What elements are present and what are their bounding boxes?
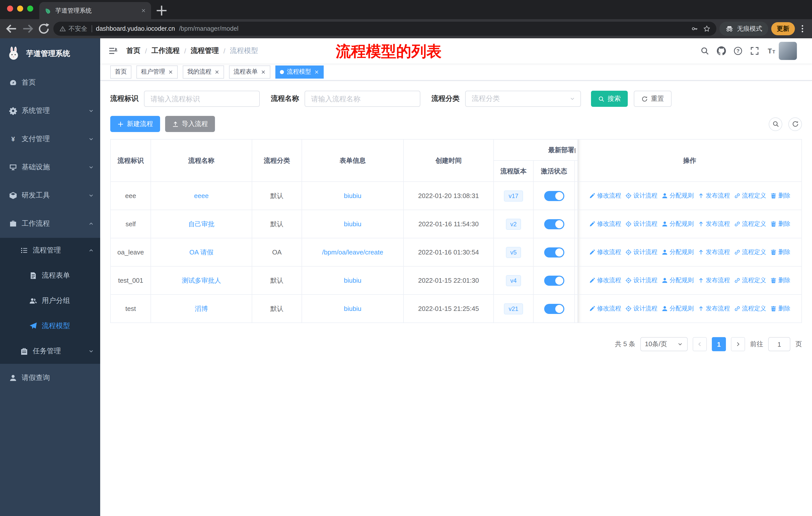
reload-icon[interactable] bbox=[37, 22, 50, 35]
zoom-window-button[interactable] bbox=[27, 5, 33, 11]
sidebar-item-process-form[interactable]: 流程表单 bbox=[0, 263, 100, 288]
action-assign-link[interactable]: 分配规则 bbox=[662, 219, 694, 228]
sidebar-item-workflow[interactable]: 工作流程 bbox=[0, 210, 100, 238]
action-delete-link[interactable]: 删除 bbox=[770, 219, 790, 228]
active-toggle[interactable] bbox=[544, 191, 564, 201]
sidebar-item-devtools[interactable]: 研发工具 bbox=[0, 182, 100, 210]
sidebar-item-user-group[interactable]: 用户分组 bbox=[0, 288, 100, 314]
action-edit-link[interactable]: 修改流程 bbox=[589, 276, 621, 284]
action-assign-link[interactable]: 分配规则 bbox=[662, 304, 694, 313]
process-name-input[interactable] bbox=[304, 91, 420, 107]
action-edit-link[interactable]: 修改流程 bbox=[589, 219, 621, 228]
process-category-select[interactable]: 流程分类 bbox=[465, 91, 581, 107]
tab-home[interactable]: 首页 bbox=[110, 65, 132, 78]
action-delete-link[interactable]: 删除 bbox=[770, 304, 790, 313]
hamburger-icon[interactable] bbox=[108, 46, 118, 56]
form-info-link[interactable]: biubiu bbox=[344, 192, 361, 199]
action-design-link[interactable]: 设计流程 bbox=[625, 191, 658, 200]
form-info-link[interactable]: biubiu bbox=[344, 220, 361, 228]
toggle-search-button[interactable] bbox=[769, 117, 782, 131]
import-process-button[interactable]: 导入流程 bbox=[165, 116, 215, 132]
tab-tenant[interactable]: 租户管理 bbox=[137, 65, 178, 78]
new-tab-button[interactable] bbox=[155, 4, 168, 17]
process-name-link[interactable]: 自己审批 bbox=[188, 220, 214, 227]
action-edit-link[interactable]: 修改流程 bbox=[589, 304, 621, 313]
form-info-link[interactable]: biubiu bbox=[344, 305, 361, 313]
breadcrumb-item[interactable]: 工作流程 bbox=[151, 46, 180, 55]
browser-tab[interactable]: 芋道管理系统 bbox=[39, 2, 151, 19]
search-button[interactable]: 搜索 bbox=[591, 91, 628, 107]
active-toggle[interactable] bbox=[544, 275, 564, 286]
search-icon[interactable] bbox=[700, 46, 709, 55]
minimize-window-button[interactable] bbox=[17, 5, 23, 11]
font-size-icon[interactable]: TT bbox=[767, 46, 776, 55]
refresh-table-button[interactable] bbox=[788, 117, 802, 131]
action-definition-link[interactable]: 流程定义 bbox=[734, 219, 766, 228]
action-publish-link[interactable]: 发布流程 bbox=[698, 248, 730, 256]
action-assign-link[interactable]: 分配规则 bbox=[662, 276, 694, 284]
close-icon[interactable] bbox=[261, 69, 266, 74]
action-definition-link[interactable]: 流程定义 bbox=[734, 248, 766, 256]
process-name-link[interactable]: eeee bbox=[194, 192, 209, 199]
action-design-link[interactable]: 设计流程 bbox=[625, 219, 658, 228]
form-info-link[interactable]: biubiu bbox=[344, 277, 361, 284]
sidebar-item-system[interactable]: 系统管理 bbox=[0, 97, 100, 125]
browser-menu-icon[interactable] bbox=[798, 24, 807, 33]
sidebar-item-process-mgmt[interactable]: 流程管理 bbox=[0, 238, 100, 263]
action-publish-link[interactable]: 发布流程 bbox=[698, 304, 730, 313]
action-publish-link[interactable]: 发布流程 bbox=[698, 219, 730, 228]
reset-button[interactable]: 重置 bbox=[634, 91, 671, 107]
bookmark-star-icon[interactable] bbox=[703, 25, 710, 32]
sidebar-item-home[interactable]: 首页 bbox=[0, 69, 100, 97]
tab-my-process[interactable]: 我的流程 bbox=[183, 65, 224, 78]
tab-process-model[interactable]: 流程模型 bbox=[276, 65, 324, 78]
action-definition-link[interactable]: 流程定义 bbox=[734, 304, 766, 313]
create-process-button[interactable]: 新建流程 bbox=[110, 116, 160, 132]
action-design-link[interactable]: 设计流程 bbox=[625, 248, 658, 256]
password-key-icon[interactable] bbox=[691, 25, 698, 32]
sidebar-item-infra[interactable]: 基础设施 bbox=[0, 153, 100, 182]
close-icon[interactable] bbox=[168, 69, 173, 74]
active-toggle[interactable] bbox=[544, 219, 564, 229]
action-assign-link[interactable]: 分配规则 bbox=[662, 191, 694, 200]
action-design-link[interactable]: 设计流程 bbox=[625, 304, 658, 313]
action-publish-link[interactable]: 发布流程 bbox=[698, 276, 730, 284]
form-info-link[interactable]: /bpm/oa/leave/create bbox=[322, 248, 383, 256]
process-name-link[interactable]: 测试多审批人 bbox=[182, 276, 221, 284]
close-icon[interactable] bbox=[214, 69, 220, 74]
sidebar-item-process-model[interactable]: 流程模型 bbox=[0, 314, 100, 338]
action-design-link[interactable]: 设计流程 bbox=[625, 276, 658, 284]
tab-process-form[interactable]: 流程表单 bbox=[229, 65, 270, 78]
action-edit-link[interactable]: 修改流程 bbox=[589, 191, 621, 200]
action-delete-link[interactable]: 删除 bbox=[770, 248, 790, 256]
process-name-link[interactable]: 滔博 bbox=[195, 305, 208, 312]
sidebar-item-payment[interactable]: ¥支付管理 bbox=[0, 125, 100, 153]
action-assign-link[interactable]: 分配规则 bbox=[662, 248, 694, 256]
sidebar-item-leave-query[interactable]: 请假查询 bbox=[0, 364, 100, 392]
action-definition-link[interactable]: 流程定义 bbox=[734, 191, 766, 200]
action-definition-link[interactable]: 流程定义 bbox=[734, 276, 766, 284]
avatar[interactable] bbox=[779, 42, 797, 60]
action-edit-link[interactable]: 修改流程 bbox=[589, 248, 621, 256]
help-icon[interactable]: ? bbox=[733, 46, 743, 55]
fullscreen-icon[interactable] bbox=[750, 46, 759, 55]
forward-icon[interactable] bbox=[21, 22, 34, 35]
active-toggle[interactable] bbox=[544, 247, 564, 257]
goto-page-input[interactable] bbox=[768, 337, 790, 351]
close-tab-icon[interactable] bbox=[141, 8, 146, 13]
active-toggle[interactable] bbox=[544, 304, 564, 314]
process-name-link[interactable]: OA 请假 bbox=[189, 248, 213, 256]
sidebar-item-task-mgmt[interactable]: 任务管理 bbox=[0, 338, 100, 364]
action-publish-link[interactable]: 发布流程 bbox=[698, 191, 730, 200]
prev-page-button[interactable] bbox=[693, 337, 707, 351]
update-chip[interactable]: 更新 bbox=[771, 22, 795, 35]
breadcrumb-item[interactable]: 首页 bbox=[126, 46, 141, 55]
next-page-button[interactable] bbox=[731, 337, 745, 351]
current-page[interactable]: 1 bbox=[712, 337, 726, 351]
close-icon[interactable] bbox=[314, 69, 319, 74]
action-delete-link[interactable]: 删除 bbox=[770, 276, 790, 284]
process-key-input[interactable] bbox=[144, 91, 260, 107]
page-size-select[interactable]: 10条/页 bbox=[640, 337, 688, 351]
close-window-button[interactable] bbox=[7, 5, 13, 11]
github-icon[interactable] bbox=[717, 46, 726, 55]
